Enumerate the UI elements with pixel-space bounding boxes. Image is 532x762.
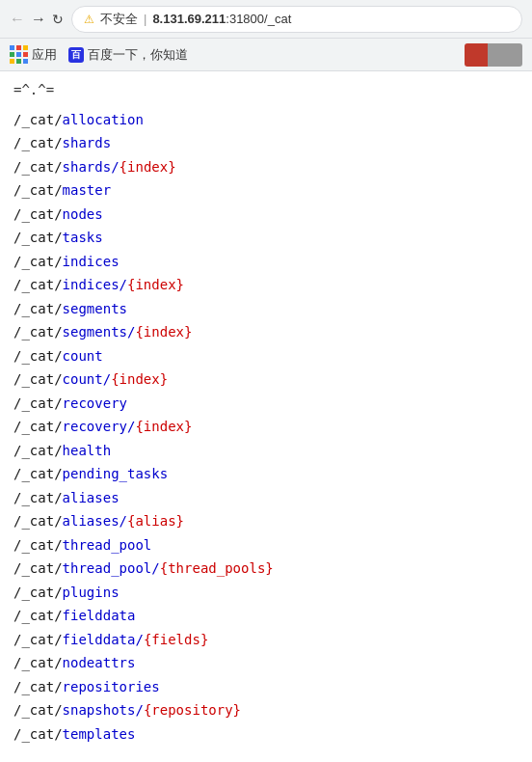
api-prefix-slash: /_cat/ (13, 490, 63, 505)
api-param: {repository} (144, 702, 241, 718)
api-name[interactable]: segments/ (63, 324, 136, 340)
api-list-item: /_cat/allocation (13, 108, 519, 132)
apps-label: 应用 (32, 46, 57, 64)
api-prefix-slash: /_cat/ (13, 112, 63, 127)
api-prefix-slash: /_cat/ (13, 348, 63, 364)
api-list-item: /_cat/health (13, 439, 519, 463)
api-name[interactable]: repositories (63, 679, 160, 694)
api-list-item: /_cat/templates (13, 722, 519, 747)
api-name[interactable]: fielddata (63, 608, 136, 623)
back-button[interactable]: ← (10, 11, 25, 28)
api-prefix-slash: /_cat/ (13, 608, 63, 623)
api-prefix-slash: /_cat/ (13, 726, 63, 742)
api-list-item: /_cat/plugins (13, 581, 519, 605)
api-list-item: /_cat/repositories (13, 675, 519, 699)
reload-button[interactable]: ↻ (52, 12, 64, 27)
api-name[interactable]: indices (63, 254, 120, 269)
api-name[interactable]: allocation (63, 112, 144, 127)
api-prefix-slash: /_cat/ (13, 301, 63, 316)
api-name[interactable]: snapshots/ (63, 702, 144, 718)
api-list-item: /_cat/shards (13, 131, 519, 155)
api-list-item: /_cat/master (13, 178, 519, 203)
api-prefix-slash: /_cat/ (13, 159, 63, 175)
api-param: {index} (111, 371, 168, 387)
api-list-item: /_cat/pending_tasks (13, 462, 519, 486)
api-list-item: /_cat/recovery (13, 392, 519, 416)
api-param: {index} (127, 277, 184, 292)
api-name[interactable]: count (63, 348, 103, 364)
api-param: {index} (135, 324, 192, 340)
api-prefix-slash: /_cat/ (13, 632, 63, 647)
address-host: 8.131.69.211 (152, 12, 226, 26)
api-list: /_cat/allocation/_cat/shards/_cat/shards… (13, 108, 519, 747)
api-name[interactable]: shards (63, 135, 112, 150)
api-list-item: /_cat/nodeattrs (13, 651, 519, 675)
api-list-item: /_cat/segments (13, 297, 519, 321)
api-name[interactable]: tasks (63, 230, 103, 245)
api-prefix-slash: /_cat/ (13, 560, 63, 576)
api-prefix-slash: /_cat/ (13, 679, 63, 694)
api-name[interactable]: segments (63, 301, 127, 316)
api-name[interactable]: thread_pool/ (63, 560, 160, 576)
api-prefix-slash: /_cat/ (13, 230, 63, 245)
api-name[interactable]: aliases (63, 490, 120, 505)
api-name[interactable]: master (63, 182, 112, 198)
api-param: {index} (135, 419, 192, 434)
api-name[interactable]: thread_pool (63, 537, 152, 553)
api-list-item: /_cat/fielddata (13, 604, 519, 628)
forward-button[interactable]: → (31, 11, 46, 28)
bookmarks-bar: 应用 百 百度一下，你知道 (0, 39, 532, 71)
api-name[interactable]: pending_tasks (63, 466, 169, 481)
api-name[interactable]: recovery/ (63, 419, 136, 434)
api-prefix-slash: /_cat/ (13, 324, 63, 340)
api-name[interactable]: recovery (63, 395, 127, 411)
api-prefix-slash: /_cat/ (13, 135, 63, 150)
api-name[interactable]: templates (63, 726, 136, 742)
nav-buttons: ← → ↻ (10, 11, 64, 28)
api-list-item: /_cat/segments/{index} (13, 320, 519, 344)
api-list-item: /_cat/indices (13, 250, 519, 274)
api-param: {index} (120, 159, 176, 175)
api-name[interactable]: aliases/ (63, 513, 127, 529)
api-prefix-slash: /_cat/ (13, 182, 63, 198)
address-input[interactable]: ⚠ 不安全 | 8.131.69.211:31800/_cat (71, 6, 522, 33)
api-prefix-slash: /_cat/ (13, 277, 63, 292)
baidu-icon: 百 (68, 47, 84, 63)
api-name[interactable]: indices/ (63, 277, 127, 292)
api-list-item: /_cat/recovery/{index} (13, 415, 519, 439)
api-list-item: /_cat/aliases/{alias} (13, 509, 519, 533)
api-list-item: /_cat/nodes (13, 203, 519, 227)
api-prefix-slash: /_cat/ (13, 443, 63, 458)
api-name[interactable]: count/ (63, 371, 112, 387)
api-list-item: /_cat/count (13, 344, 519, 368)
api-prefix-slash: /_cat/ (13, 655, 63, 670)
insecure-label: 不安全 (100, 11, 138, 28)
api-list-item: /_cat/thread_pool/{thread_pools} (13, 557, 519, 581)
baidu-label: 百度一下，你知道 (88, 46, 188, 64)
baidu-bookmark[interactable]: 百 百度一下，你知道 (68, 46, 188, 64)
api-name[interactable]: fielddata/ (63, 632, 144, 647)
api-list-item: /_cat/shards/{index} (13, 155, 519, 179)
page-content: =^.^= /_cat/allocation/_cat/shards/_cat/… (0, 71, 532, 755)
apps-button[interactable]: 应用 (10, 45, 57, 64)
api-name[interactable]: nodeattrs (63, 655, 136, 670)
api-list-item: /_cat/snapshots/{repository} (13, 698, 519, 722)
api-param: {fields} (144, 632, 208, 647)
api-prefix-slash: /_cat/ (13, 585, 63, 600)
user-avatar (465, 43, 522, 67)
api-name[interactable]: health (63, 443, 112, 458)
api-list-item: /_cat/indices/{index} (13, 273, 519, 297)
insecure-icon: ⚠ (84, 13, 94, 26)
api-param: {alias} (127, 513, 184, 529)
api-name[interactable]: plugins (63, 585, 120, 600)
api-prefix-slash: /_cat/ (13, 419, 63, 434)
api-prefix-slash: /_cat/ (13, 513, 63, 529)
address-url: 8.131.69.211:31800/_cat (152, 12, 291, 26)
api-param: {thread_pools} (160, 560, 274, 576)
address-port-path: :31800/_cat (226, 12, 291, 26)
api-prefix-slash: /_cat/ (13, 395, 63, 411)
api-list-item: /_cat/count/{index} (13, 367, 519, 392)
api-name[interactable]: shards/ (63, 159, 120, 175)
cat-logo: =^.^= (13, 81, 519, 100)
api-name[interactable]: nodes (63, 206, 103, 222)
